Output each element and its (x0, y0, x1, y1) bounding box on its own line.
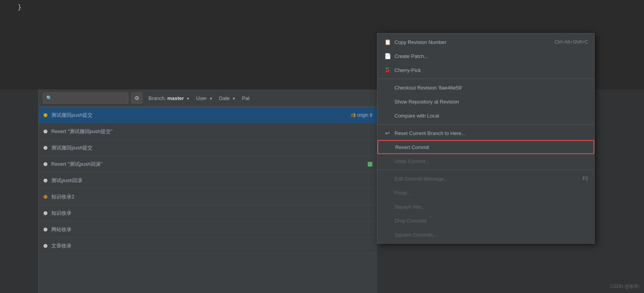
commit-dot (44, 113, 47, 117)
commit-dot (44, 195, 47, 199)
commit-item[interactable]: Revert "测试push回滚" (39, 156, 377, 172)
commit-item[interactable]: 知识收录 (39, 205, 377, 221)
commit-message: Revert "测试push回滚" (51, 161, 365, 168)
arrows-icon: ⇉ (351, 111, 356, 119)
commit-item[interactable]: Revert "测试撤回push提交" (39, 123, 377, 140)
code-brace: } (17, 3, 22, 11)
menu-item-revert-commit[interactable]: Revert Commit (377, 140, 594, 154)
reset-branch-icon: ↩ (384, 130, 391, 136)
commit-item[interactable]: 网站收录 (39, 221, 377, 238)
branding-text: CSDN @南帝- (610, 283, 640, 290)
create-patch-label: Create Patch... (394, 53, 588, 59)
commit-dot (44, 179, 47, 182)
commit-item[interactable]: 知识收录2 (39, 189, 377, 205)
menu-item-fixup: Fixup... (377, 186, 594, 200)
commit-dot (44, 244, 47, 248)
menu-divider (377, 170, 594, 170)
commit-message: 文章收录 (51, 242, 372, 249)
commit-message: 测试push回滚 (51, 177, 372, 184)
commit-item[interactable]: 文章收录 (39, 238, 377, 254)
left-sidebar (0, 89, 39, 293)
context-menu: 📋Copy Revision NumberCtrl+Alt+Shift+C📄Cr… (377, 33, 595, 244)
path-filter: Pat (242, 95, 250, 101)
commit-dot (44, 130, 47, 133)
menu-item-copy-revision[interactable]: 📋Copy Revision NumberCtrl+Alt+Shift+C (377, 35, 594, 49)
menu-item-create-patch[interactable]: 📄Create Patch... (377, 49, 594, 63)
menu-item-drop-commits: Drop Commits (377, 214, 594, 228)
settings-button[interactable]: ⚙ (131, 93, 142, 104)
commit-message: 测试撤回push提交 (51, 112, 347, 119)
commit-message: 知识收录 (51, 210, 372, 217)
search-box[interactable]: 🔍 (43, 93, 128, 104)
menu-item-undo-commit: Undo Commit... (377, 154, 594, 168)
drop-commits-label: Drop Commits (394, 218, 588, 224)
show-repository-label: Show Repository at Revision (394, 99, 588, 105)
compare-local-label: Compare with Local (394, 113, 588, 119)
menu-item-squash-commits: Squash Commits... (377, 228, 594, 242)
commit-message: 测试撤回push提交 (51, 144, 372, 151)
copy-revision-label: Copy Revision Number (394, 39, 539, 45)
date-filter[interactable]: Date ▼ (219, 95, 236, 101)
menu-item-checkout-revision[interactable]: Checkout Revision '8ae46e59' (377, 81, 594, 95)
fixup-label: Fixup... (394, 190, 588, 196)
commit-badge-green (368, 162, 372, 167)
menu-item-compare-local[interactable]: Compare with Local (377, 109, 594, 123)
checkout-revision-label: Checkout Revision '8ae46e59' (394, 85, 588, 91)
edit-message-label: Edit Commit Message... (394, 176, 567, 182)
squash-into-label: Squash Into... (394, 204, 588, 210)
menu-item-cherry-pick[interactable]: 🍒Cherry-Pick (377, 63, 594, 77)
squash-commits-label: Squash Commits... (394, 232, 588, 238)
user-filter[interactable]: User ▼ (196, 95, 213, 101)
menu-item-edit-message: Edit Commit Message...F2 (377, 172, 594, 186)
commit-item[interactable]: 测试撤回push提交⇉origin 8 (39, 107, 377, 123)
menu-item-squash-into: Squash Into... (377, 200, 594, 214)
green-tag-icon (368, 162, 372, 167)
branch-label: Branch: master ▼ (148, 95, 190, 101)
edit-message-shortcut: F2 (583, 176, 588, 181)
revert-commit-label: Revert Commit (395, 144, 587, 150)
cherry-pick-label: Cherry-Pick (394, 67, 588, 73)
commit-item[interactable]: 测试撤回push提交 (39, 140, 377, 156)
commit-message: 网站收录 (51, 226, 372, 233)
commit-dot (44, 228, 47, 232)
origin-label: origin 8 (357, 112, 372, 118)
create-patch-icon: 📄 (384, 53, 391, 59)
commit-dot (44, 211, 47, 215)
commit-list: 测试撤回push提交⇉origin 8Revert "测试撤回push提交"测试… (39, 107, 377, 293)
menu-item-show-repository[interactable]: Show Repository at Revision (377, 95, 594, 109)
commit-dot (44, 162, 47, 166)
commit-message: Revert "测试撤回push提交" (51, 128, 372, 135)
menu-divider (377, 79, 594, 79)
copy-revision-icon: 📋 (384, 39, 391, 45)
undo-commit-label: Undo Commit... (394, 158, 588, 164)
commit-message: 知识收录2 (51, 193, 372, 200)
reset-branch-label: Reset Current Branch to Here... (394, 130, 588, 136)
copy-revision-shortcut: Ctrl+Alt+Shift+C (555, 39, 588, 45)
search-icon: 🔍 (46, 95, 52, 101)
cherry-pick-icon: 🍒 (384, 67, 391, 73)
commit-dot (44, 146, 47, 150)
commit-item[interactable]: 测试push回滚 (39, 172, 377, 189)
menu-item-reset-branch[interactable]: ↩Reset Current Branch to Here... (377, 126, 594, 140)
menu-divider (377, 124, 594, 125)
commit-badge: ⇉origin 8 (351, 111, 372, 119)
